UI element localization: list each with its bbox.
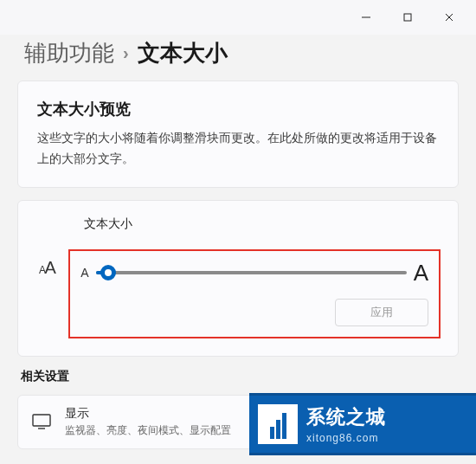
watermark-logo <box>258 404 298 444</box>
breadcrumb-current: 文本大小 <box>138 38 228 68</box>
text-size-slider[interactable] <box>96 271 407 274</box>
slider-max-label: A <box>414 260 428 287</box>
preview-card: 文本大小预览 这些文字的大小将随着你调整滑块而更改。在此处所做的更改将适用于设备… <box>17 81 459 188</box>
watermark-url: xitong86.com <box>306 432 386 444</box>
display-item-subtitle: 监视器、亮度、夜间模式、显示配置 <box>65 423 231 438</box>
breadcrumb-parent[interactable]: 辅助功能 <box>24 38 114 68</box>
close-button[interactable] <box>429 3 469 31</box>
watermark-title: 系统之城 <box>306 404 386 430</box>
display-item-title: 显示 <box>65 406 231 422</box>
text-size-card: 文本大小 AA A A 应用 <box>17 200 459 357</box>
slider-highlight-box: A A 应用 <box>68 249 441 338</box>
slider-thumb[interactable] <box>100 265 116 280</box>
text-size-label: 文本大小 <box>84 216 439 232</box>
text-size-icon: AA <box>39 258 55 278</box>
breadcrumb: 辅助功能 › 文本大小 <box>0 35 476 81</box>
svg-rect-1 <box>404 14 411 21</box>
slider-min-label: A <box>80 266 88 280</box>
preview-description: 这些文字的大小将随着你调整滑块而更改。在此处所做的更改将适用于设备上的大部分文字… <box>37 128 439 170</box>
related-settings-heading: 相关设置 <box>21 369 455 384</box>
watermark-banner: 系统之城 xitong86.com <box>249 393 476 455</box>
maximize-icon <box>402 12 413 23</box>
text-size-icon-big: A <box>45 258 55 278</box>
apply-button[interactable]: 应用 <box>335 299 428 326</box>
minimize-icon <box>361 12 371 23</box>
maximize-button[interactable] <box>388 3 428 31</box>
minimize-button[interactable] <box>346 3 386 31</box>
chevron-right-icon: › <box>123 43 129 63</box>
window-titlebar <box>0 0 476 35</box>
monitor-icon <box>32 414 51 429</box>
preview-title: 文本大小预览 <box>37 99 439 119</box>
close-icon <box>444 12 454 23</box>
svg-rect-4 <box>33 415 50 426</box>
